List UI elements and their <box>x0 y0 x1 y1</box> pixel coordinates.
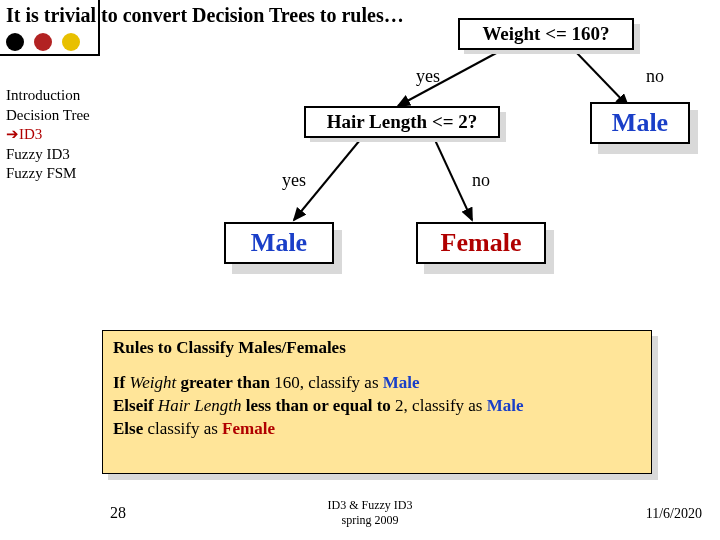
svg-line-1 <box>575 51 628 106</box>
svg-line-0 <box>398 51 500 106</box>
slide-number: 28 <box>110 504 126 522</box>
dot-yellow-icon <box>62 33 80 51</box>
nav-item-intro: Introduction <box>6 86 90 106</box>
nav-item-dt: Decision Tree <box>6 106 90 126</box>
edge-left-no: no <box>472 170 490 191</box>
outline-nav: Introduction Decision Tree ➔ID3 Fuzzy ID… <box>6 86 90 184</box>
rules-heading: Rules to Classify Males/Females <box>113 337 641 360</box>
arrow-icon: ➔ <box>6 126 19 142</box>
dot-black-icon <box>6 33 24 51</box>
ll-leaf: Male <box>224 222 334 264</box>
divider-horizontal <box>0 54 100 56</box>
rules-box: Rules to Classify Males/Females If Weigh… <box>102 330 652 474</box>
nav-item-fuzzy-fsm: Fuzzy FSM <box>6 164 90 184</box>
rule-line-2: Elseif Hair Length less than or equal to… <box>113 395 641 418</box>
edge-root-no: no <box>646 66 664 87</box>
color-dots <box>6 32 86 51</box>
root-label: Weight <= 160? <box>460 20 632 48</box>
right-leaf-label: Male <box>592 104 688 142</box>
nav-item-id3: ➔ID3 <box>6 125 90 145</box>
lr-leaf-label: Female <box>418 224 544 262</box>
divider-vertical <box>98 0 100 56</box>
lr-leaf: Female <box>416 222 546 264</box>
ll-leaf-label: Male <box>226 224 332 262</box>
footer-date: 11/6/2020 <box>646 506 702 522</box>
svg-line-3 <box>435 140 472 220</box>
dot-red-icon <box>34 33 52 51</box>
right-leaf: Male <box>590 102 690 144</box>
left-node: Hair Length <= 2? <box>304 106 500 138</box>
left-node-label: Hair Length <= 2? <box>306 108 498 136</box>
edge-left-yes: yes <box>282 170 306 191</box>
root-node: Weight <= 160? <box>458 18 634 50</box>
footer-center: ID3 & Fuzzy ID3 spring 2009 <box>300 498 440 528</box>
rule-line-3: Else classify as Female <box>113 418 641 441</box>
nav-item-fuzzy-id3: Fuzzy ID3 <box>6 145 90 165</box>
edge-root-yes: yes <box>416 66 440 87</box>
decision-tree-diagram: Weight <= 160? yes no Hair Length <= 2? … <box>170 14 700 314</box>
rule-line-1: If Weight greater than 160, classify as … <box>113 372 641 395</box>
